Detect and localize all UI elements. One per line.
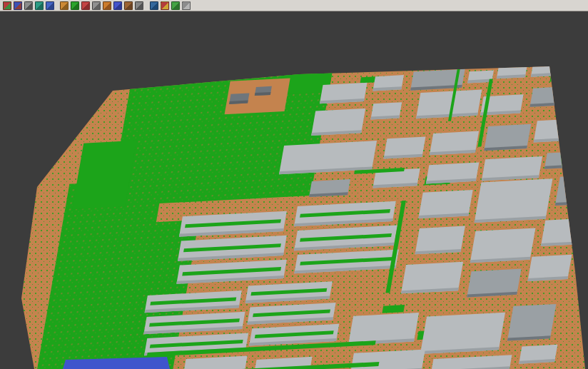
building-roof — [475, 178, 553, 223]
point-cloud-scene — [0, 12, 588, 369]
toolbar — [0, 0, 588, 11]
building-roof — [555, 176, 588, 206]
grid-icon[interactable] — [46, 1, 54, 10]
open-project-icon[interactable] — [14, 1, 22, 10]
dem-icon[interactable] — [60, 1, 69, 10]
viewport-3d[interactable] — [0, 12, 588, 369]
application-window — [0, 0, 588, 369]
terrain-icon[interactable] — [24, 1, 33, 10]
attribute-table-icon[interactable] — [124, 1, 133, 10]
roi-select-icon[interactable] — [103, 1, 111, 10]
building-roof — [507, 304, 556, 341]
building-roof — [541, 218, 581, 246]
vegetation-patch — [549, 75, 564, 81]
histogram-chart-icon[interactable] — [171, 1, 180, 10]
delete-x-icon[interactable] — [113, 1, 122, 10]
settings-gear-icon[interactable] — [92, 1, 101, 10]
vegetation-patch — [382, 305, 405, 313]
help-info-icon[interactable] — [182, 1, 191, 10]
layers-icon[interactable] — [3, 1, 11, 10]
world-icon[interactable] — [150, 1, 158, 10]
vegetation-class-icon[interactable] — [71, 1, 79, 10]
snapshot-camera-icon[interactable] — [161, 1, 169, 10]
measure-ruler-icon[interactable] — [135, 1, 143, 10]
classification-icon[interactable] — [81, 1, 90, 10]
globe-icon[interactable] — [35, 1, 44, 10]
